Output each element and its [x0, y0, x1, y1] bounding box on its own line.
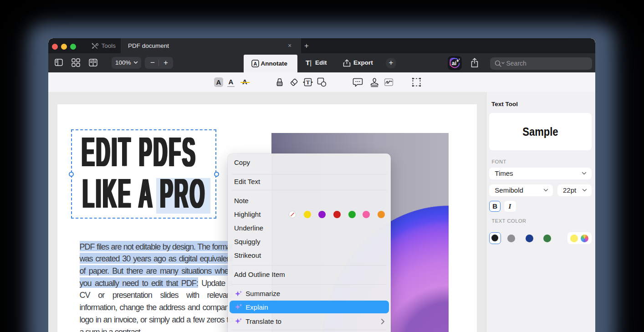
svg-text:T: T — [306, 79, 310, 86]
svg-text:A: A — [253, 61, 257, 66]
svg-text:ai: ai — [452, 60, 456, 66]
